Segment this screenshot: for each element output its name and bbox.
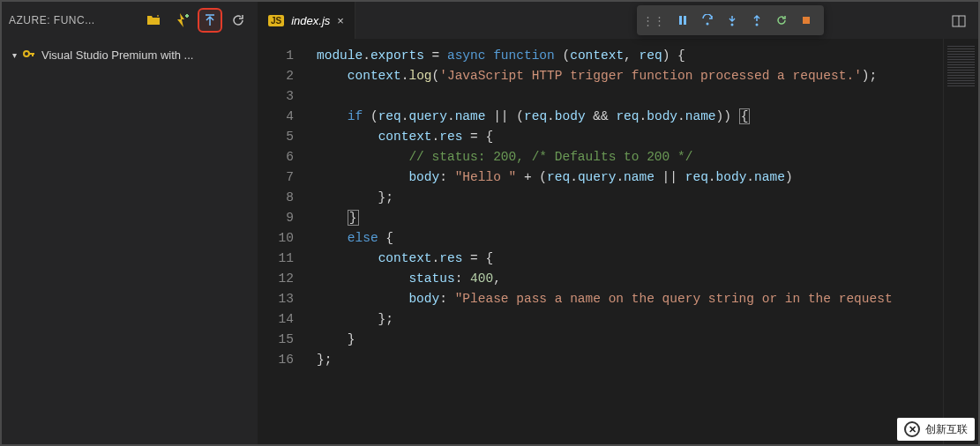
line-number: 9 <box>258 208 294 228</box>
line-number: 16 <box>258 350 294 370</box>
minimap-thumb <box>947 46 975 86</box>
line-number: 7 <box>258 167 294 188</box>
line-number: 13 <box>258 289 294 309</box>
code-line: context.log('JavaScript HTTP trigger fun… <box>317 66 943 86</box>
sidebar-actions <box>141 8 251 33</box>
code-line: context.res = { <box>317 249 943 269</box>
stop-icon[interactable] <box>794 8 819 33</box>
svg-point-0 <box>24 51 29 56</box>
line-gutter: 12345678910111213141516 <box>258 39 306 444</box>
code-area[interactable]: 12345678910111213141516 module.exports =… <box>258 39 978 444</box>
code-line: }; <box>317 350 943 370</box>
code-line: }; <box>317 188 943 208</box>
create-project-icon[interactable] <box>141 8 166 33</box>
code-line: if (req.query.name || (req.body && req.b… <box>317 107 943 127</box>
watermark-logo-icon: ✕ <box>904 421 920 437</box>
restart-icon[interactable] <box>769 8 794 33</box>
line-number: 10 <box>258 228 294 249</box>
tab-index-js[interactable]: JS index.js × <box>258 2 355 39</box>
line-number: 6 <box>258 147 294 167</box>
line-number: 12 <box>258 269 294 289</box>
line-number: 11 <box>258 249 294 269</box>
line-number: 14 <box>258 309 294 330</box>
watermark-text: 创新互联 <box>925 422 968 437</box>
svg-point-2 <box>731 24 734 26</box>
refresh-icon[interactable] <box>226 8 251 33</box>
azure-sidebar: AZURE: FUNC... ▾ <box>2 2 258 444</box>
tab-bar: JS index.js × <box>258 2 978 39</box>
sidebar-tree: ▾ Visual Studio Premium with ... <box>2 39 258 71</box>
code-line: } <box>317 208 943 228</box>
code-line: body: "Hello " + (req.query.name || req.… <box>317 167 943 188</box>
line-number: 8 <box>258 188 294 208</box>
code-line: body: "Please pass a name on the query s… <box>317 289 943 309</box>
split-editor-icon[interactable] <box>946 9 971 33</box>
step-into-icon[interactable] <box>720 8 744 33</box>
line-number: 15 <box>258 330 294 350</box>
svg-point-1 <box>707 23 709 26</box>
sidebar-header: AZURE: FUNC... <box>2 2 258 39</box>
chevron-down-icon: ▾ <box>12 50 17 60</box>
code-line: } <box>317 330 943 350</box>
line-number: 1 <box>258 46 294 66</box>
line-number: 3 <box>258 86 294 107</box>
code-line: module.exports = async function (context… <box>317 46 943 66</box>
svg-point-3 <box>756 24 759 26</box>
debug-toolbar[interactable]: ⋮⋮ <box>637 5 824 35</box>
editor-pane: JS index.js × ⋮⋮ <box>258 2 978 444</box>
subscription-row[interactable]: ▾ Visual Studio Premium with ... <box>5 44 254 66</box>
line-number: 4 <box>258 107 294 127</box>
deploy-icon[interactable] <box>198 8 222 33</box>
step-over-icon[interactable] <box>695 8 720 33</box>
key-icon <box>22 47 36 63</box>
code-line: // status: 200, /* Defaults to 200 */ <box>317 147 943 167</box>
minimap[interactable] <box>943 39 978 444</box>
code-content[interactable]: module.exports = async function (context… <box>306 39 943 444</box>
tab-filename: index.js <box>291 14 330 27</box>
js-file-icon: JS <box>268 15 284 26</box>
code-line <box>317 86 943 107</box>
step-out-icon[interactable] <box>744 8 769 33</box>
create-function-icon[interactable] <box>169 8 194 33</box>
drag-handle-icon[interactable]: ⋮⋮ <box>642 14 665 27</box>
close-icon[interactable]: × <box>337 14 344 27</box>
line-number: 5 <box>258 127 294 147</box>
pause-icon[interactable] <box>670 8 695 33</box>
line-number: 2 <box>258 66 294 86</box>
code-line: else { <box>317 228 943 249</box>
app-root: AZURE: FUNC... ▾ <box>0 0 980 446</box>
code-line: }; <box>317 309 943 330</box>
svg-rect-4 <box>803 17 810 24</box>
sidebar-title: AZURE: FUNC... <box>9 14 134 26</box>
code-line: status: 400, <box>317 269 943 289</box>
code-line: context.res = { <box>317 127 943 147</box>
subscription-label: Visual Studio Premium with ... <box>41 48 193 62</box>
watermark: ✕ 创新互联 <box>897 418 975 441</box>
